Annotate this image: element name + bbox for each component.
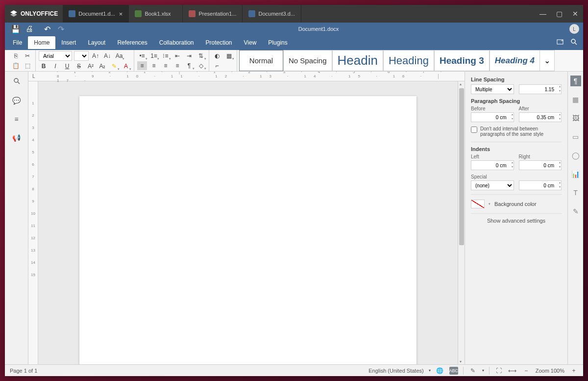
zoom-value[interactable]: Zoom 100% xyxy=(536,368,564,374)
style-no-spacing[interactable]: No Spacing xyxy=(283,50,332,71)
zoom-in-icon[interactable]: + xyxy=(569,367,578,375)
style-normal[interactable]: Normal xyxy=(239,50,283,71)
tab-presentation1[interactable]: Presentation1... xyxy=(183,5,243,23)
chart-settings-icon[interactable]: 📊 xyxy=(570,169,581,179)
spellcheck-icon[interactable]: ABC xyxy=(449,367,458,375)
nonprinting-button[interactable]: ¶ xyxy=(184,61,194,70)
indent-left[interactable] xyxy=(471,160,514,170)
font-color-button[interactable]: A xyxy=(121,62,131,71)
tab-book1[interactable]: Book1.xlsx xyxy=(129,5,183,23)
copy-icon[interactable]: ⎘ xyxy=(11,51,21,60)
fit-width-icon[interactable]: ⟷ xyxy=(508,367,517,375)
align-center-button[interactable]: ≡ xyxy=(149,61,159,70)
trackchanges-icon[interactable]: ✎ xyxy=(468,367,477,375)
align-justify-button[interactable]: ≡ xyxy=(172,61,182,70)
multilevel-button[interactable]: ⁝≡ xyxy=(161,51,171,60)
feedback-icon[interactable]: 📢 xyxy=(12,134,21,142)
underline-button[interactable]: U xyxy=(62,62,72,71)
menu-home[interactable]: Home xyxy=(28,36,55,49)
tab-document1[interactable]: Document1.d...× xyxy=(63,5,129,23)
style-heading3[interactable]: Heading 3 xyxy=(434,50,490,71)
tab-document3[interactable]: Document3.d... xyxy=(243,5,301,23)
no-interval-check[interactable]: Don't add interval between paragraphs of… xyxy=(471,126,562,137)
style-heading4[interactable]: Heading 4 xyxy=(490,50,540,71)
vertical-scrollbar[interactable] xyxy=(458,81,465,364)
document-page[interactable] xyxy=(79,96,416,364)
select-icon[interactable]: ⬚ xyxy=(23,61,32,70)
maximize-icon[interactable]: ▢ xyxy=(556,10,563,18)
page-status[interactable]: Page 1 of 1 xyxy=(10,368,37,374)
align-left-button[interactable]: ≡ xyxy=(137,61,147,70)
close-icon[interactable]: ✕ xyxy=(572,10,578,18)
style-heading2[interactable]: Heading xyxy=(383,50,434,71)
advanced-settings-link[interactable]: Show advanced settings xyxy=(471,218,562,224)
menu-file[interactable]: File xyxy=(7,36,28,49)
signature-icon[interactable]: ✎ xyxy=(570,206,581,217)
close-icon[interactable]: × xyxy=(119,10,123,18)
search-icon[interactable] xyxy=(570,38,577,47)
italic-button[interactable]: I xyxy=(50,62,60,71)
menu-plugins[interactable]: Plugins xyxy=(262,36,293,49)
dec-indent-button[interactable]: ⇤ xyxy=(172,51,182,60)
table-settings-icon[interactable]: ▦ xyxy=(570,94,581,105)
spacing-after[interactable] xyxy=(519,112,562,122)
language-status[interactable]: English (United States) xyxy=(368,368,424,374)
insert-button[interactable]: ▦ xyxy=(224,51,234,60)
bullets-button[interactable]: •≡ xyxy=(137,51,147,60)
indent-special-by[interactable] xyxy=(519,180,562,190)
clear-style-button[interactable]: ◐ xyxy=(212,51,222,60)
shape-settings-icon[interactable]: ◯ xyxy=(570,150,581,161)
align-right-button[interactable]: ≡ xyxy=(161,61,171,70)
textart-settings-icon[interactable]: T xyxy=(570,187,581,198)
image-settings-icon[interactable]: 🖼 xyxy=(570,113,581,124)
bg-color-swatch[interactable] xyxy=(471,200,485,208)
inc-indent-button[interactable]: ⇥ xyxy=(184,51,194,60)
subscript-button[interactable]: A₂ xyxy=(98,62,107,71)
increase-font-icon[interactable]: A↑ xyxy=(91,51,100,60)
headings-icon[interactable]: ≡ xyxy=(14,115,18,123)
minimize-icon[interactable]: — xyxy=(539,10,546,18)
bold-button[interactable]: B xyxy=(39,62,49,71)
cut-icon[interactable]: ✂ xyxy=(23,51,32,60)
change-case-icon[interactable]: Aa xyxy=(114,51,124,60)
save-icon[interactable]: 💾 xyxy=(11,24,21,34)
indent-right[interactable] xyxy=(519,160,562,170)
menu-protection[interactable]: Protection xyxy=(200,36,238,49)
menu-references[interactable]: References xyxy=(111,36,153,49)
superscript-button[interactable]: A² xyxy=(86,62,96,71)
highlight-color-button[interactable]: ✎ xyxy=(109,62,119,71)
menu-view[interactable]: View xyxy=(238,36,263,49)
avatar[interactable]: L xyxy=(569,24,579,34)
font-size-select[interactable]: 11 xyxy=(74,51,89,61)
doclang-icon[interactable]: 🌐 xyxy=(436,367,444,375)
line-spacing-mode[interactable]: Multiple xyxy=(471,84,514,94)
vertical-ruler[interactable]: 123456789101112131415 xyxy=(28,81,38,364)
horizontal-ruler[interactable]: · 1 · 2 · 1 · │ · 1 · 2 · 3 · 4 · 5 · 6 … xyxy=(28,72,465,81)
undo-icon[interactable]: ↶ xyxy=(42,24,52,34)
menu-insert[interactable]: Insert xyxy=(55,36,82,49)
paragraph-settings-icon[interactable]: ¶ xyxy=(570,76,581,86)
menu-layout[interactable]: Layout xyxy=(82,36,111,49)
scrollbar-thumb[interactable] xyxy=(459,88,464,245)
menu-collaboration[interactable]: Collaboration xyxy=(153,36,200,49)
fit-page-icon[interactable]: ⛶ xyxy=(494,367,503,375)
header-settings-icon[interactable]: ▭ xyxy=(570,131,581,142)
shading-button[interactable]: ◇ xyxy=(196,61,206,70)
comments-icon[interactable]: 💬 xyxy=(12,97,21,104)
redo-icon[interactable]: ↷ xyxy=(56,24,66,34)
line-spacing-button[interactable]: ⇅ xyxy=(196,51,206,60)
copy-style-button[interactable]: ⌐ xyxy=(212,61,222,70)
find-icon[interactable] xyxy=(13,77,20,86)
print-icon[interactable]: 🖨 xyxy=(24,24,34,34)
style-expand-button[interactable]: ⌄ xyxy=(540,50,555,71)
indent-special[interactable]: (none) xyxy=(471,180,514,190)
decrease-font-icon[interactable]: A↓ xyxy=(102,51,112,60)
line-spacing-value[interactable] xyxy=(519,84,562,94)
open-location-icon[interactable] xyxy=(557,38,564,47)
font-name-select[interactable]: Arial xyxy=(39,51,72,61)
zoom-out-icon[interactable]: − xyxy=(522,367,531,375)
page-container[interactable] xyxy=(38,81,458,364)
strikethrough-button[interactable]: S xyxy=(74,62,84,71)
spacing-before[interactable] xyxy=(471,112,514,122)
numbering-button[interactable]: 1≡ xyxy=(149,51,159,60)
